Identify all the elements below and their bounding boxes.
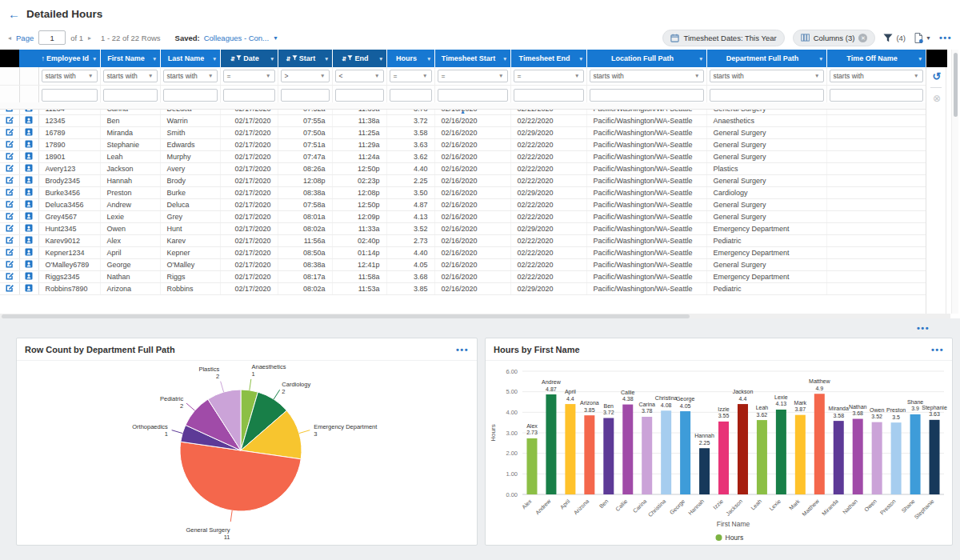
filter-operator-select[interactable]: =▼ bbox=[438, 70, 508, 82]
bar-leah[interactable] bbox=[757, 420, 767, 494]
bar-stephanie[interactable] bbox=[930, 420, 940, 494]
bar-izzie[interactable] bbox=[718, 422, 729, 494]
filter-value-input[interactable] bbox=[335, 89, 384, 102]
employee-profile-icon[interactable] bbox=[19, 270, 38, 282]
edit-row-icon[interactable] bbox=[0, 150, 19, 162]
collapse-filters-icon[interactable]: ▲ bbox=[460, 109, 466, 115]
table-row[interactable]: Hunt2345OwenHunt02/17/202008:02a11:33a3.… bbox=[0, 222, 926, 234]
bar-nathan[interactable] bbox=[853, 419, 863, 494]
saved-view-dropdown[interactable]: Colleagues - Con... bbox=[204, 34, 269, 42]
column-header-last-name[interactable]: Last Name▼ bbox=[160, 50, 220, 67]
filter-value-input[interactable] bbox=[223, 89, 275, 102]
bar-lexie[interactable] bbox=[776, 410, 786, 494]
table-row[interactable]: Deluca3456AndrewDeluca02/17/202007:58a12… bbox=[0, 198, 926, 210]
filter-operator-select[interactable]: starts with▼ bbox=[163, 70, 218, 82]
bar-andrew[interactable] bbox=[546, 394, 556, 494]
pie-chart-menu[interactable]: ••• bbox=[456, 345, 469, 354]
table-row[interactable]: Brody2345HannahBrody02/17/202012:08p02:2… bbox=[0, 174, 926, 186]
filter-operator-select[interactable]: =▼ bbox=[514, 70, 584, 82]
bar-george[interactable] bbox=[680, 411, 690, 494]
bar-owen[interactable] bbox=[872, 422, 882, 494]
filter-operator-select[interactable]: starts with▼ bbox=[710, 70, 824, 82]
employee-profile-icon[interactable] bbox=[19, 186, 38, 198]
prev-page-icon[interactable]: ◂ bbox=[8, 34, 11, 42]
column-header-department-full-path[interactable]: Department Full Path▼ bbox=[706, 50, 826, 67]
filter-operator-select[interactable]: starts with▼ bbox=[830, 70, 923, 82]
chevron-down-icon[interactable]: ▼ bbox=[926, 35, 931, 41]
column-header-end[interactable]: ⇵End▼ bbox=[332, 50, 386, 67]
bar-christina[interactable] bbox=[661, 410, 671, 494]
column-header-date[interactable]: ⇵Date▼ bbox=[220, 50, 278, 67]
employee-profile-icon[interactable] bbox=[19, 210, 38, 222]
filter-operator-select[interactable]: starts with▼ bbox=[103, 70, 158, 82]
filter-value-input[interactable] bbox=[281, 89, 330, 102]
bar-shane[interactable] bbox=[910, 414, 921, 494]
edit-row-icon[interactable] bbox=[0, 270, 19, 282]
edit-row-icon[interactable] bbox=[0, 234, 19, 246]
page-number-input[interactable] bbox=[38, 30, 66, 45]
edit-row-icon[interactable] bbox=[0, 138, 19, 150]
table-row[interactable]: Riggs2345NathanRiggs02/17/202008:17a11:5… bbox=[0, 270, 926, 282]
clear-filters-icon[interactable]: ⊗ bbox=[926, 89, 947, 108]
next-page-icon[interactable]: ▸ bbox=[88, 34, 91, 42]
bar-alex[interactable] bbox=[526, 438, 537, 494]
edit-row-icon[interactable] bbox=[0, 222, 19, 234]
edit-row-icon[interactable] bbox=[0, 174, 19, 186]
export-button[interactable]: ▼ bbox=[914, 33, 931, 43]
bar-mark[interactable] bbox=[795, 415, 806, 494]
table-row[interactable]: O'Malley6789GeorgeO'Malley02/17/202008:3… bbox=[0, 258, 926, 270]
bar-callie[interactable] bbox=[622, 405, 633, 494]
filter-value-input[interactable] bbox=[514, 89, 584, 102]
column-header-timesheet-end[interactable]: Timesheet End▼ bbox=[510, 50, 586, 67]
table-row[interactable]: Kepner1234AprilKepner02/17/202008:50a01:… bbox=[0, 246, 926, 258]
bar-miranda[interactable] bbox=[834, 421, 844, 494]
edit-row-icon[interactable] bbox=[0, 162, 19, 174]
table-row[interactable]: Burke3456PrestonBurke02/17/202008:38a12:… bbox=[0, 186, 926, 198]
edit-row-icon[interactable] bbox=[0, 186, 19, 198]
back-arrow-icon[interactable]: ← bbox=[8, 7, 20, 21]
filter-value-input[interactable] bbox=[103, 89, 158, 102]
bar-ben[interactable] bbox=[603, 418, 614, 494]
legend-label[interactable]: Hours bbox=[726, 534, 744, 542]
table-row[interactable]: 18901LeahMurphy02/17/202007:47a11:24a3.6… bbox=[0, 150, 926, 162]
table-row[interactable]: 17890StephanieEdwards02/17/202007:51a11:… bbox=[0, 138, 926, 150]
bar-jackson[interactable] bbox=[738, 404, 748, 494]
filter-value-input[interactable] bbox=[390, 89, 432, 102]
employee-profile-icon[interactable] bbox=[19, 246, 38, 258]
columns-pill[interactable]: Columns (3) ✕ bbox=[793, 30, 876, 46]
table-row[interactable]: Robbins7890ArizonaRobbins02/17/202008:02… bbox=[0, 282, 926, 294]
table-row[interactable]: Grey4567LexieGrey02/17/202008:01a12:09p4… bbox=[0, 210, 926, 222]
bar-preston[interactable] bbox=[891, 422, 902, 494]
filter-operator-select[interactable]: >▼ bbox=[281, 70, 330, 82]
employee-profile-icon[interactable] bbox=[19, 258, 38, 270]
edit-row-icon[interactable] bbox=[0, 210, 19, 222]
bar-carina[interactable] bbox=[642, 417, 652, 494]
grid-more-menu[interactable]: ••• bbox=[939, 33, 952, 42]
timesheet-dates-pill[interactable]: Timesheet Dates: This Year bbox=[662, 30, 784, 46]
filter-value-input[interactable] bbox=[710, 89, 824, 102]
employee-profile-icon[interactable] bbox=[19, 222, 38, 234]
clear-columns-icon[interactable]: ✕ bbox=[858, 34, 867, 42]
employee-profile-icon[interactable] bbox=[19, 162, 38, 174]
filter-value-input[interactable] bbox=[163, 89, 218, 102]
edit-row-icon[interactable] bbox=[0, 246, 19, 258]
employee-profile-icon[interactable] bbox=[19, 174, 38, 186]
edit-row-icon[interactable] bbox=[0, 258, 19, 270]
bar-chart-menu[interactable]: ••• bbox=[931, 345, 944, 354]
vertical-scrollbar-thumb[interactable] bbox=[954, 53, 958, 117]
chevron-down-icon[interactable]: ▼ bbox=[273, 35, 278, 41]
filter-operator-select[interactable]: =▼ bbox=[390, 70, 432, 82]
filter-value-input[interactable] bbox=[830, 89, 923, 102]
filter-operator-select[interactable]: <▼ bbox=[335, 70, 384, 82]
vertical-scrollbar[interactable] bbox=[951, 50, 958, 314]
edit-row-icon[interactable] bbox=[0, 198, 19, 210]
column-header-hours[interactable]: Hours▼ bbox=[386, 50, 434, 67]
filter-button[interactable]: (4) bbox=[883, 34, 906, 42]
edit-row-icon[interactable] bbox=[0, 126, 19, 138]
bar-arizona[interactable] bbox=[584, 415, 594, 494]
employee-profile-icon[interactable] bbox=[19, 198, 38, 210]
employee-profile-icon[interactable] bbox=[19, 234, 38, 246]
table-row[interactable]: 12345BenWarrin02/17/202007:55a11:38a3.72… bbox=[0, 114, 926, 126]
column-header-first-name[interactable]: First Name▼ bbox=[100, 50, 160, 67]
column-header-time-off-name[interactable]: Time Off Name▼ bbox=[826, 50, 926, 67]
